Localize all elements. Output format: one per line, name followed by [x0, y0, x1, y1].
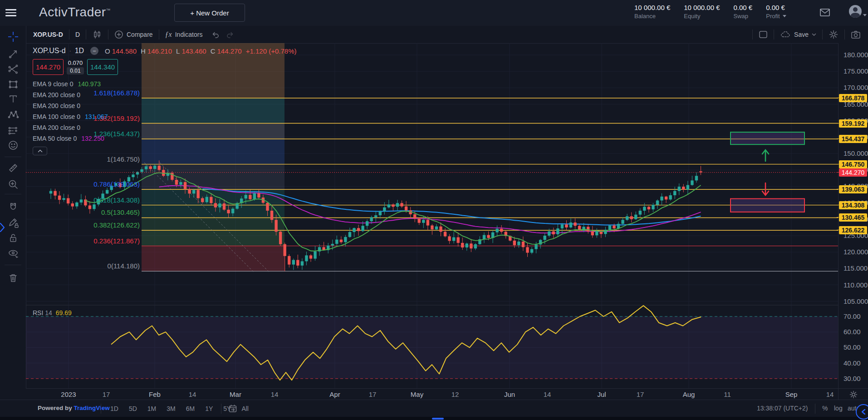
time-axis[interactable]: 202317Feb14Mar14Apr17May12Jun14Jul17Aug1… — [26, 388, 838, 400]
indicator-row[interactable]: EMA 200 close 0 — [33, 100, 296, 111]
candles-icon — [92, 30, 102, 40]
buy-button[interactable]: 144.340 — [87, 59, 118, 75]
time-label: 11 — [724, 390, 731, 398]
open-panel-chevron[interactable] — [0, 222, 5, 233]
indicator-value: 132.250 — [81, 135, 104, 142]
indicator-row[interactable]: EMA 200 close 0 — [33, 122, 296, 133]
range-button-All[interactable]: All — [238, 404, 252, 414]
go-to-date-button[interactable] — [228, 404, 237, 413]
rsi-tick: 30.00 — [843, 375, 861, 382]
time-label: Apr — [329, 390, 340, 398]
prediction-tool[interactable] — [7, 125, 19, 137]
rail-divider — [5, 265, 21, 265]
time-label: 17 — [369, 390, 377, 398]
log-scale-button[interactable]: log — [834, 405, 843, 412]
chart-style-button[interactable] — [86, 26, 108, 43]
gear-icon — [829, 30, 839, 40]
bottom-divider — [221, 404, 221, 414]
range-button-1Y[interactable]: 1Y — [202, 404, 216, 414]
hide-series-button[interactable]: − — [90, 47, 98, 55]
time-label: 14 — [271, 390, 279, 398]
clock[interactable]: 13:38:07 (UTC+2) — [757, 405, 808, 412]
fib-tools[interactable] — [7, 63, 19, 75]
rsi-legend[interactable]: RSI 14 69.69 — [33, 309, 72, 316]
remove-drawings-tool[interactable] — [7, 272, 19, 284]
crosshair-tool[interactable] — [7, 31, 19, 43]
avatar[interactable] — [849, 5, 862, 18]
screenshot-button[interactable] — [845, 26, 868, 43]
range-button-1D[interactable]: 1D — [107, 404, 122, 414]
profit-caret-icon[interactable] — [783, 15, 786, 17]
undo-icon — [211, 30, 220, 39]
target-zone[interactable] — [731, 132, 804, 144]
range-button-6M[interactable]: 6M — [183, 404, 198, 414]
tradingview-link[interactable]: TradingView — [74, 405, 110, 411]
sell-button[interactable]: 144.270 — [33, 59, 64, 75]
rsi-value: 69.69 — [56, 309, 72, 316]
mail-icon[interactable] — [819, 7, 831, 19]
sun-icon — [849, 390, 858, 399]
magnet-tool[interactable] — [7, 201, 19, 213]
xabcd-pattern-tool[interactable] — [7, 109, 19, 120]
shapes-tool[interactable] — [7, 79, 19, 90]
range-button-1M[interactable]: 1M — [144, 404, 159, 414]
interval-button[interactable]: D — [69, 26, 86, 43]
time-label: May — [411, 390, 423, 398]
range-button-5D[interactable]: 5D — [126, 404, 140, 414]
rsi-tick: 70.00 — [843, 313, 861, 320]
indicator-row[interactable]: EMA 100 close 0131.067 — [33, 111, 296, 122]
spread-high: 0.070 — [68, 59, 83, 66]
menu-icon[interactable] — [5, 7, 16, 16]
lock-all-tool[interactable] — [7, 232, 19, 244]
undo-button[interactable] — [208, 26, 223, 43]
chevron-down-icon — [812, 33, 816, 36]
text-tool[interactable] — [7, 93, 19, 105]
indicator-row[interactable]: EMA 50 close 0132.250 — [33, 133, 296, 144]
stop-zone[interactable] — [731, 199, 804, 212]
time-label: Jun — [504, 390, 515, 398]
time-label: Sep — [785, 390, 798, 398]
chart-settings-button[interactable] — [823, 26, 844, 43]
redo-button[interactable] — [223, 26, 237, 43]
rsi-tick: 40.00 — [843, 360, 861, 367]
top-bar: ActivTrader™ + New Order 10 000.00 €Bala… — [0, 0, 868, 26]
indicator-row[interactable]: EMA 200 close 0 — [33, 89, 296, 100]
up-arrow[interactable] — [762, 150, 769, 161]
indicators-button[interactable]: ƒx Indicators — [159, 26, 209, 43]
cloud-icon — [780, 30, 791, 39]
save-layout-button[interactable]: Save — [774, 26, 822, 43]
time-label: 17 — [637, 390, 644, 398]
time-label: 12 — [451, 390, 459, 398]
indicator-row[interactable]: EMA 9 close 0140.973 — [33, 79, 296, 89]
user-menu[interactable] — [849, 5, 867, 18]
metric-balance: 10 000.00 €Balance — [634, 4, 670, 20]
down-arrow[interactable] — [762, 183, 769, 195]
ohlc-value: 143.460 — [181, 47, 206, 55]
legend-symbol[interactable]: XOP.US-d — [33, 47, 66, 55]
compare-button[interactable]: Compare — [108, 26, 159, 43]
hide-all-tool[interactable] — [7, 247, 19, 259]
new-order-button[interactable]: + New Order — [174, 4, 245, 22]
collapse-legend-button[interactable] — [33, 147, 47, 155]
price-axis[interactable]: 180.000175.000170.000165.000160.000155.0… — [838, 43, 868, 388]
measure-tool[interactable] — [7, 162, 19, 174]
drawing-edit-lock-tool[interactable] — [7, 217, 19, 228]
fib-label: 0.618(134.308) — [93, 196, 140, 204]
last-price-tag: 144.270 — [839, 168, 867, 177]
fib-label: 0.5(130.465) — [101, 208, 140, 216]
collapse-panel-button[interactable] — [856, 404, 868, 420]
trend-line-tool[interactable] — [7, 48, 19, 59]
axis-settings-corner[interactable] — [838, 388, 868, 400]
price-tick: 105.000 — [843, 298, 868, 305]
emoji-tool[interactable] — [7, 139, 19, 151]
symbol-search-button[interactable]: XOP.US-D — [26, 26, 69, 43]
bottom-scroll-thumb[interactable] — [432, 418, 444, 420]
time-label: 14 — [826, 390, 834, 398]
price-tag: 154.437 — [839, 135, 867, 143]
zoom-in-tool[interactable] — [7, 178, 19, 190]
range-button-3M[interactable]: 3M — [163, 404, 178, 414]
price-tick: 180.000 — [843, 51, 868, 59]
indicator-value: 140.973 — [78, 80, 101, 88]
layout-select-button[interactable] — [753, 26, 774, 43]
percent-scale-button[interactable]: % — [822, 405, 828, 412]
